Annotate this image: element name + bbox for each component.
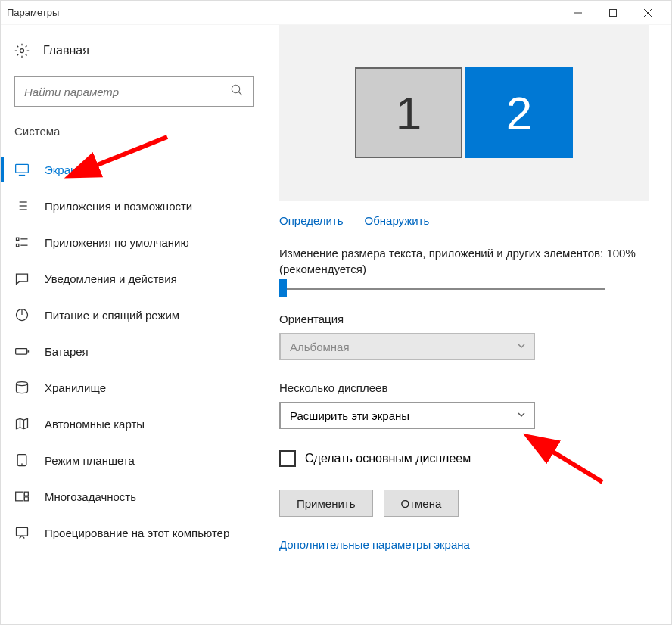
advanced-link[interactable]: Дополнительные параметры экрана: [279, 538, 649, 551]
svg-rect-31: [17, 527, 28, 536]
defaults-icon: [14, 235, 30, 250]
primary-display-checkbox[interactable]: [279, 450, 296, 467]
content-area: 1 2 Определить Обнаружить Изменение разм…: [264, 25, 671, 624]
sidebar-item-label: Автономные карты: [45, 418, 145, 431]
svg-point-5: [232, 85, 240, 93]
home-link[interactable]: Главная: [14, 43, 264, 58]
svg-rect-16: [17, 244, 19, 247]
multi-display-label: Несколько дисплеев: [279, 381, 649, 394]
map-icon: [14, 416, 30, 431]
sidebar-item-label: Уведомления и действия: [45, 272, 177, 285]
identify-link[interactable]: Определить: [279, 214, 344, 227]
svg-rect-15: [17, 238, 19, 240]
sidebar-item-notifications[interactable]: Уведомления и действия: [14, 260, 264, 297]
orientation-dropdown[interactable]: Альбомная: [279, 333, 535, 360]
search-input[interactable]: [24, 86, 230, 98]
sidebar-item-label: Многозадачность: [45, 490, 136, 503]
message-icon: [14, 271, 30, 286]
apply-button[interactable]: Применить: [279, 490, 373, 517]
battery-icon: [14, 344, 30, 359]
sidebar-item-label: Экран: [45, 163, 76, 176]
sidebar-item-label: Хранилище: [45, 381, 106, 394]
sidebar-item-label: Батарея: [45, 345, 89, 358]
section-title: Система: [14, 125, 264, 138]
chevron-down-icon: [517, 341, 526, 352]
svg-line-6: [238, 92, 242, 95]
slider-thumb[interactable]: [279, 279, 287, 297]
orientation-label: Ориентация: [279, 312, 649, 325]
monitor-icon: [14, 162, 30, 177]
orientation-value: Альбомная: [290, 340, 350, 353]
window-title: Параметры: [7, 7, 561, 18]
project-icon: [14, 525, 30, 540]
svg-rect-30: [24, 497, 28, 501]
multi-display-dropdown[interactable]: Расширить эти экраны: [279, 402, 535, 429]
titlebar: Параметры: [1, 1, 671, 25]
cancel-button[interactable]: Отмена: [384, 490, 459, 517]
chevron-down-icon: [517, 410, 526, 421]
sidebar-item-display[interactable]: Экран: [14, 151, 264, 188]
nav-list: Экран Приложения и возможности Приложени…: [14, 151, 264, 551]
power-icon: [14, 307, 30, 322]
primary-display-label: Сделать основным дисплеем: [305, 452, 471, 465]
sidebar-item-label: Приложения по умолчанию: [45, 236, 189, 249]
window-controls: [561, 2, 665, 24]
sidebar-item-multitasking[interactable]: Многозадачность: [14, 478, 264, 515]
monitor-2[interactable]: 2: [465, 67, 573, 158]
home-label: Главная: [43, 44, 89, 58]
sidebar-item-apps[interactable]: Приложения и возможности: [14, 188, 264, 224]
sidebar-item-default-apps[interactable]: Приложения по умолчанию: [14, 224, 264, 260]
svg-point-4: [20, 49, 24, 53]
sidebar-item-label: Приложения и возможности: [45, 200, 192, 213]
sidebar-item-label: Питание и спящий режим: [45, 309, 179, 322]
svg-rect-7: [16, 164, 29, 173]
close-button[interactable]: [630, 2, 665, 24]
button-row: Применить Отмена: [279, 490, 649, 517]
scale-text: Изменение размера текста, приложений и д…: [279, 245, 649, 277]
svg-point-23: [17, 382, 28, 386]
sidebar-item-storage[interactable]: Хранилище: [14, 369, 264, 406]
display-preview: 1 2: [279, 25, 649, 201]
search-icon: [230, 83, 244, 100]
storage-icon: [14, 380, 30, 395]
sidebar-item-maps[interactable]: Автономные карты: [14, 406, 264, 442]
detect-link[interactable]: Обнаружить: [365, 214, 430, 227]
primary-display-row[interactable]: Сделать основным дисплеем: [279, 450, 649, 467]
svg-rect-1: [610, 9, 617, 16]
sidebar-item-battery[interactable]: Батарея: [14, 333, 264, 369]
multitasking-icon: [14, 489, 30, 504]
tablet-icon: [14, 452, 30, 468]
sidebar: Главная Система Экран Приложения и возмо…: [1, 25, 264, 624]
gear-icon: [14, 43, 30, 58]
svg-rect-21: [16, 349, 27, 355]
display-links: Определить Обнаружить: [279, 214, 649, 227]
sidebar-item-power[interactable]: Питание и спящий режим: [14, 297, 264, 333]
multi-display-value: Расширить эти экраны: [290, 409, 409, 422]
sidebar-item-label: Режим планшета: [45, 454, 135, 467]
monitor-1[interactable]: 1: [355, 67, 462, 158]
list-icon: [14, 198, 30, 213]
svg-rect-29: [24, 492, 28, 496]
sidebar-item-projecting[interactable]: Проецирование на этот компьютер: [14, 515, 264, 551]
minimize-button[interactable]: [561, 2, 596, 24]
scale-slider[interactable]: [279, 288, 605, 290]
sidebar-item-label: Проецирование на этот компьютер: [45, 527, 229, 539]
search-box[interactable]: [14, 76, 254, 107]
sidebar-item-tablet[interactable]: Режим планшета: [14, 442, 264, 478]
svg-rect-28: [16, 492, 23, 501]
maximize-button[interactable]: [596, 2, 630, 24]
